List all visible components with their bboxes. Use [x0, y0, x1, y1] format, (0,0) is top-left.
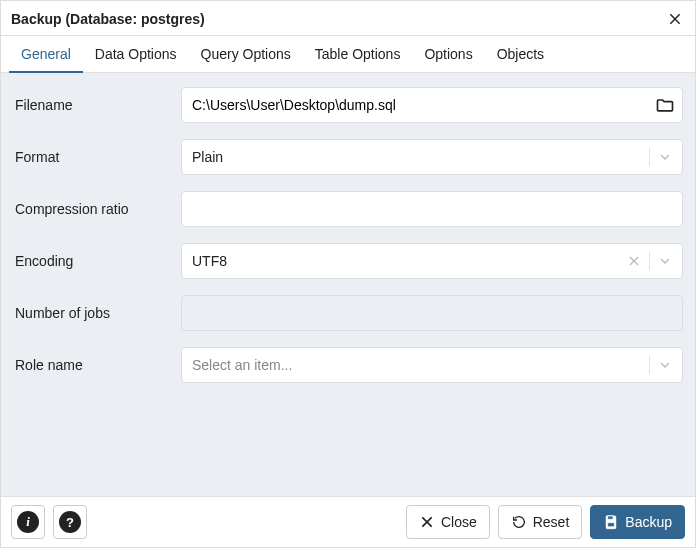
filename-field: [181, 87, 683, 123]
encoding-label: Encoding: [13, 253, 181, 269]
chevron-down-icon: [654, 250, 676, 272]
reset-icon: [511, 514, 527, 530]
format-label: Format: [13, 149, 181, 165]
format-select[interactable]: Plain: [181, 139, 683, 175]
compression-field: [181, 191, 683, 227]
tab-table-options[interactable]: Table Options: [303, 36, 413, 73]
tab-options[interactable]: Options: [412, 36, 484, 73]
jobs-label: Number of jobs: [13, 305, 181, 321]
tab-objects[interactable]: Objects: [485, 36, 556, 73]
close-button[interactable]: Close: [406, 505, 490, 539]
role-select[interactable]: Select an item...: [181, 347, 683, 383]
tab-general[interactable]: General: [9, 36, 83, 73]
compression-label: Compression ratio: [13, 201, 181, 217]
filename-input[interactable]: [192, 88, 672, 122]
role-placeholder: Select an item...: [192, 357, 292, 373]
backup-button[interactable]: Backup: [590, 505, 685, 539]
info-button[interactable]: i: [11, 505, 45, 539]
encoding-select[interactable]: UTF8: [181, 243, 683, 279]
encoding-value: UTF8: [192, 253, 227, 269]
format-value: Plain: [192, 149, 223, 165]
save-icon: [603, 514, 619, 530]
chevron-down-icon: [654, 354, 676, 376]
tab-data-options[interactable]: Data Options: [83, 36, 189, 73]
close-button-label: Close: [441, 514, 477, 530]
reset-button[interactable]: Reset: [498, 505, 583, 539]
info-icon: i: [17, 511, 39, 533]
filename-label: Filename: [13, 97, 181, 113]
chevron-down-icon: [654, 146, 676, 168]
clear-icon[interactable]: [623, 250, 645, 272]
tab-query-options[interactable]: Query Options: [189, 36, 303, 73]
close-icon: [419, 514, 435, 530]
reset-button-label: Reset: [533, 514, 570, 530]
tab-bar: General Data Options Query Options Table…: [1, 35, 695, 73]
backup-button-label: Backup: [625, 514, 672, 530]
jobs-input: [181, 295, 683, 331]
role-label: Role name: [13, 357, 181, 373]
dialog-title: Backup (Database: postgres): [11, 11, 205, 27]
close-icon[interactable]: [665, 9, 685, 29]
help-button[interactable]: ?: [53, 505, 87, 539]
compression-input[interactable]: [192, 192, 672, 226]
folder-icon[interactable]: [654, 94, 676, 116]
question-icon: ?: [59, 511, 81, 533]
